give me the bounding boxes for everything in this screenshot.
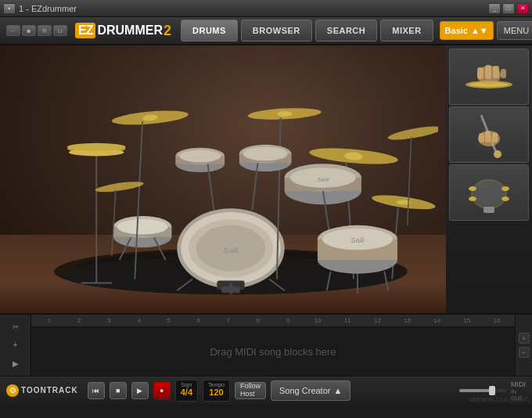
sign-display: Sign 4/4 xyxy=(175,380,198,402)
ruler-mark: 15 xyxy=(452,317,482,324)
ez-logo: EZ DRUMMER 2 xyxy=(75,23,171,39)
drum-stage: Saili xyxy=(0,45,532,313)
preset-select[interactable]: Basic ▲▼ xyxy=(440,21,494,40)
maximize-btn[interactable]: □ xyxy=(502,3,515,14)
svg-rect-74 xyxy=(479,133,484,142)
ruler-mark: 16 xyxy=(482,317,512,324)
ruler-mark: 1 xyxy=(34,317,64,324)
svg-point-41 xyxy=(179,150,221,163)
svg-rect-68 xyxy=(485,65,491,79)
ruler-mark: 8 xyxy=(243,317,273,324)
svg-point-62 xyxy=(387,124,438,142)
in-label: IN xyxy=(511,389,526,395)
menu-button[interactable]: MENU ▼ xyxy=(497,21,532,40)
minimize-btn[interactable]: _ xyxy=(488,3,501,14)
svg-rect-70 xyxy=(501,69,506,78)
seq-zoom-in-btn[interactable]: + xyxy=(519,333,530,344)
ruler-mark: 12 xyxy=(362,317,392,324)
toontrack-icon: ⊙ xyxy=(6,384,19,397)
ruler-mark: 13 xyxy=(393,317,422,324)
transport-bar: ⊙ TOONTRACK ⏮ ■ ▶ ● Sign 4/4 Tempo 120 F… xyxy=(0,376,532,404)
two-text: 2 xyxy=(164,23,171,39)
volume-slider[interactable] xyxy=(459,389,506,392)
seq-select-icon[interactable]: ▶ xyxy=(8,357,23,369)
drag-midi-label: Drag MIDI song blocks here xyxy=(210,346,336,358)
song-creator-btn[interactable]: Song Creator ▲ xyxy=(271,380,350,401)
system-menu-btn[interactable]: ▪ xyxy=(3,3,16,14)
stop-btn[interactable]: ■ xyxy=(110,382,127,399)
nav-back-icon[interactable]: ← xyxy=(6,25,20,36)
seq-add-icon[interactable]: + xyxy=(8,339,23,351)
song-creator-arrow-icon: ▲ xyxy=(333,386,342,395)
version-text: VERSION 2.0.0 (32-BIT) xyxy=(469,397,529,402)
svg-rect-75 xyxy=(485,131,491,142)
volume-slider-container xyxy=(459,389,506,392)
ruler-mark: 5 xyxy=(154,317,184,324)
toontrack-text: TOONTRACK xyxy=(21,386,78,395)
ruler-mark: 9 xyxy=(273,317,303,324)
seq-zoom-out-btn[interactable]: − xyxy=(519,347,530,358)
nav-bar: ← ■ R U EZ DRUMMER 2 DRUMS BROWSER SEARC… xyxy=(0,17,532,45)
svg-point-16 xyxy=(117,219,168,235)
svg-point-23 xyxy=(67,143,126,151)
svg-rect-67 xyxy=(477,67,483,79)
seq-right-panel: + − xyxy=(515,315,532,376)
seq-content[interactable]: Drag MIDI song blocks here xyxy=(31,327,515,376)
instrument-thumb-1[interactable] xyxy=(449,49,529,105)
song-creator-label: Song Creator xyxy=(279,386,330,395)
drummer-text: DRUMMER xyxy=(97,23,163,38)
sign-value: 4/4 xyxy=(181,387,192,398)
svg-line-37 xyxy=(112,190,116,256)
svg-point-81 xyxy=(469,196,476,201)
drum-kit-container: Saili xyxy=(23,53,438,297)
ruler-mark: 3 xyxy=(94,317,124,324)
close-btn[interactable]: ✕ xyxy=(516,3,529,14)
nav-u-icon[interactable]: U xyxy=(53,25,67,36)
svg-text:Saili: Saili xyxy=(317,176,329,183)
nav-stop-icon[interactable]: ■ xyxy=(22,25,36,36)
svg-rect-79 xyxy=(483,207,494,213)
svg-point-82 xyxy=(501,186,509,191)
svg-line-63 xyxy=(408,137,412,225)
svg-text:Saili: Saili xyxy=(224,246,239,254)
sign-label: Sign xyxy=(181,382,192,387)
title-bar-left: ▪ 1 - EZdrummer xyxy=(3,3,77,14)
svg-point-36 xyxy=(95,179,145,193)
right-panel xyxy=(446,45,532,313)
svg-point-80 xyxy=(469,186,476,191)
midi-label: MIDI xyxy=(511,380,526,388)
instrument-thumb-3[interactable] xyxy=(449,164,529,221)
tab-drums[interactable]: DRUMS xyxy=(181,20,238,41)
title-bar: ▪ 1 - EZdrummer _ □ ✕ xyxy=(0,0,532,17)
toontrack-logo: ⊙ TOONTRACK xyxy=(6,384,78,397)
svg-point-78 xyxy=(476,185,501,204)
follow-host-label: FollowHost xyxy=(240,383,261,398)
instrument-thumb-2[interactable] xyxy=(449,106,529,163)
ruler-mark: 7 xyxy=(214,317,243,324)
rewind-btn[interactable]: ⏮ xyxy=(88,382,105,399)
follow-host-btn[interactable]: FollowHost xyxy=(235,382,266,399)
play-btn[interactable]: ▶ xyxy=(131,382,149,399)
record-btn[interactable]: ● xyxy=(153,382,171,399)
window-controls: _ □ ✕ xyxy=(488,3,529,14)
seq-ruler: 1 2 3 4 5 6 7 8 9 10 11 12 13 14 15 16 xyxy=(31,315,515,327)
seq-left-panel: ✂ + ▶ xyxy=(0,315,31,376)
seq-cut-icon[interactable]: ✂ xyxy=(8,321,23,333)
svg-point-83 xyxy=(501,196,509,201)
window-title: 1 - EZdrummer xyxy=(19,4,77,13)
preset-arrow-icon: ▲▼ xyxy=(471,26,488,35)
svg-text:Saili: Saili xyxy=(351,236,365,244)
svg-rect-76 xyxy=(492,132,498,142)
nav-r-icon[interactable]: R xyxy=(38,25,52,36)
tab-browser[interactable]: BROWSER xyxy=(241,20,312,41)
tab-search[interactable]: SEARCH xyxy=(315,20,377,41)
ruler-mark: 11 xyxy=(332,317,362,324)
ruler-mark: 6 xyxy=(184,317,214,324)
tab-mixer[interactable]: MIXER xyxy=(380,20,433,41)
tempo-value: 120 xyxy=(209,387,223,398)
svg-point-31 xyxy=(277,111,293,117)
drum-kit-svg: Saili xyxy=(23,53,438,297)
menu-label: MENU xyxy=(504,26,529,35)
svg-rect-69 xyxy=(493,66,499,78)
volume-thumb[interactable] xyxy=(489,386,495,395)
